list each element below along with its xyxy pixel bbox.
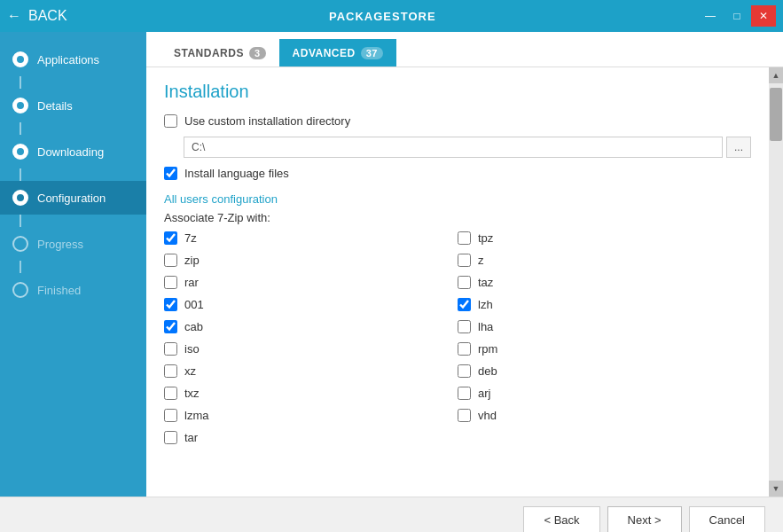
checkbox-label-arj[interactable]: arj [478,387,490,400]
checkbox-z[interactable] [458,254,471,267]
checkbox-rpm[interactable] [458,342,471,356]
checkbox-label-lzma[interactable]: lzma [184,409,208,422]
checkbox-label-tpz[interactable]: tpz [478,231,493,245]
checkbox-label-vhd[interactable]: vhd [478,409,497,422]
checkboxes-grid: 7zziprar001cabisoxztxzlzmatar tpzztazlzh… [164,231,751,453]
sidebar-label-details: Details [37,99,73,113]
checkbox-label-z[interactable]: z [478,254,484,267]
app-title: PACKAGESTORE [67,10,698,23]
step-dot-3 [17,148,24,155]
sidebar-label-downloading: Downloading [37,145,104,159]
list-item: taz [458,276,751,289]
dir-input[interactable] [184,137,723,158]
checkbox-label-7z[interactable]: 7z [184,231,197,245]
checkbox-rar[interactable] [164,276,177,289]
sidebar-item-progress: Progress [0,227,146,261]
tab-standards[interactable]: STANDARDS 3 [161,39,279,66]
maximize-button[interactable]: □ [724,5,749,27]
checkbox-label-txz[interactable]: txz [184,387,200,400]
col-right: tpzztazlzhlharpmdebarjvhd [458,231,751,453]
list-item: lzma [164,409,458,422]
checkbox-label-lzh[interactable]: lzh [478,298,493,311]
checkbox-lzh[interactable] [458,298,471,311]
list-item: arj [458,387,751,400]
checkbox-001[interactable] [164,298,177,311]
step-dot [17,56,24,63]
next-button[interactable]: Next > [607,506,682,532]
back-arrow-icon: ← [7,8,21,24]
checkbox-label-iso[interactable]: iso [184,342,200,356]
custom-dir-label[interactable]: Use custom installation directory [184,114,350,128]
sidebar-line-3 [20,168,21,181]
scroll-container: Installation Use custom installation dir… [146,67,783,497]
sidebar-label-configuration: Configuration [37,192,106,205]
checkbox-label-deb[interactable]: deb [478,364,497,378]
close-button[interactable]: ✕ [751,5,776,27]
checkbox-deb[interactable] [458,364,471,378]
checkbox-label-zip[interactable]: zip [184,254,200,267]
language-row: Install language files [164,167,751,180]
checkbox-label-tar[interactable]: tar [184,431,198,444]
checkbox-7z[interactable] [164,231,177,245]
checkbox-lzma[interactable] [164,409,177,422]
checkbox-label-rpm[interactable]: rpm [478,342,497,356]
sidebar-line-4 [20,215,21,227]
checkbox-lha[interactable] [458,320,471,333]
dir-input-row: ... [184,137,751,158]
back-button[interactable]: < Back [523,506,599,532]
step-dot-2 [17,102,24,109]
checkbox-vhd[interactable] [458,409,471,422]
sidebar-line-5 [20,261,21,273]
custom-dir-checkbox[interactable] [164,114,177,128]
checkbox-label-rar[interactable]: rar [184,276,199,289]
checkbox-cab[interactable] [164,320,177,333]
back-label: BACK [28,8,67,24]
sidebar-item-applications[interactable]: Applications [0,43,146,76]
checkbox-label-xz[interactable]: xz [184,364,196,378]
checkbox-xz[interactable] [164,364,177,378]
checkbox-taz[interactable] [458,276,471,289]
tab-standards-label: STANDARDS [174,47,244,59]
list-item: rar [164,276,458,289]
language-checkbox[interactable] [164,167,177,180]
list-item: cab [164,320,458,333]
tab-advanced-label: ADVANCED [293,47,356,59]
checkbox-arj[interactable] [458,387,471,400]
checkbox-zip[interactable] [164,254,177,267]
sidebar-item-configuration[interactable]: Configuration [0,181,146,215]
sidebar-item-downloading[interactable]: Downloading [0,135,146,168]
list-item: lzh [458,298,751,311]
checkbox-tar[interactable] [164,431,177,444]
sidebar: Applications Details Downloading Configu… [0,32,146,497]
tab-advanced[interactable]: ADVANCED 37 [279,39,396,66]
checkbox-tpz[interactable] [458,231,471,245]
sidebar-line-1 [20,76,21,89]
tab-advanced-badge: 37 [361,47,383,59]
checkbox-label-lha[interactable]: lha [478,320,493,333]
col-left: 7zziprar001cabisoxztxzlzmatar [164,231,458,453]
sidebar-label-progress: Progress [37,238,83,251]
scrollbar[interactable]: ▲ ▼ [769,67,783,497]
sidebar-item-details[interactable]: Details [0,89,146,122]
section-title: Installation [164,82,751,102]
list-item: z [458,254,751,267]
checkbox-label-001[interactable]: 001 [184,298,204,311]
tabs-bar: STANDARDS 3 ADVANCED 37 [146,32,783,67]
scroll-thumb[interactable] [770,88,782,141]
checkbox-txz[interactable] [164,387,177,400]
main-layout: Applications Details Downloading Configu… [0,32,783,497]
scroll-down-arrow[interactable]: ▼ [769,481,783,497]
dir-browse-button[interactable]: ... [726,137,751,158]
cancel-button[interactable]: Cancel [689,506,765,532]
checkbox-iso[interactable] [164,342,177,356]
list-item: txz [164,387,458,400]
list-item: zip [164,254,458,267]
language-label[interactable]: Install language files [184,167,289,180]
back-button[interactable]: ← BACK [7,8,67,24]
checkbox-label-taz[interactable]: taz [478,276,493,289]
minimize-button[interactable]: — [698,5,723,27]
list-item: 001 [164,298,458,311]
scroll-up-arrow[interactable]: ▲ [769,67,783,83]
step-circle-details [12,98,28,113]
checkbox-label-cab[interactable]: cab [184,320,203,333]
